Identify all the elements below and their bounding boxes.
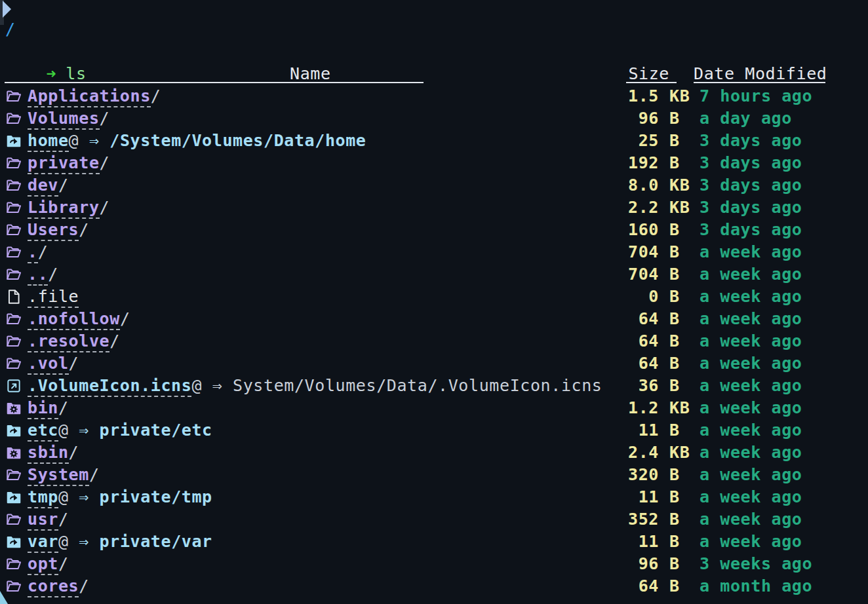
file-name-cell: .file — [28, 286, 627, 308]
file-row: System/320Ba week ago — [0, 464, 868, 486]
file-size-unit: B — [669, 241, 696, 263]
file-name-cell: Users/ — [28, 219, 627, 241]
file-name-cell: ../ — [28, 263, 627, 286]
folder-open-icon — [5, 466, 28, 484]
file-name-cell: Volumes/ — [28, 107, 627, 130]
file-size-unit: B — [669, 308, 696, 330]
file-name-link[interactable]: etc — [28, 421, 58, 442]
date-modified: a week ago — [700, 531, 868, 553]
file-name-cell: System/ — [28, 464, 627, 486]
folder-open-icon — [5, 176, 28, 195]
file-size-value: 64 — [627, 308, 659, 330]
file-name-link[interactable]: opt — [28, 554, 58, 575]
file-row: sbin/2.4KBa week ago — [0, 442, 868, 464]
date-modified: a week ago — [700, 241, 868, 263]
date-modified: 3 days ago — [700, 219, 868, 241]
file-name-link[interactable]: dev — [28, 176, 58, 197]
table-header: Name Size Date Modified — [0, 63, 868, 85]
file-name-link[interactable]: private — [28, 153, 100, 174]
file-row: cores/64Ba month ago — [0, 575, 868, 597]
file-size-value: 1.2 — [627, 397, 659, 419]
file-name-link[interactable]: cores — [28, 576, 79, 597]
file-name-link[interactable]: Volumes — [28, 109, 100, 130]
date-modified: a week ago — [700, 308, 868, 330]
file-size-value: 8.0 — [627, 174, 659, 197]
file-name-link[interactable]: tmp — [28, 487, 58, 508]
file-type-indicator: @ — [191, 376, 202, 395]
file-name-cell: tmp@ ⇒ private/tmp — [28, 486, 627, 508]
file-name-link[interactable]: Applications — [28, 86, 151, 107]
symlink-arrow-icon: ⇒ — [69, 421, 100, 440]
file-name-link[interactable]: .nofollow — [28, 309, 120, 330]
file-type-indicator: / — [58, 398, 69, 417]
file-size-unit: B — [669, 486, 696, 508]
file-size-unit: B — [669, 330, 696, 352]
file-name-link[interactable]: .VolumeIcon.icns — [28, 376, 191, 397]
file-name-link[interactable]: . — [28, 242, 38, 263]
file-type-indicator: / — [100, 153, 110, 172]
file-name-link[interactable]: System — [28, 465, 89, 486]
file-type-indicator: / — [38, 242, 49, 261]
file-size-unit: KB — [669, 442, 696, 464]
file-name-cell: sbin/ — [28, 442, 627, 464]
folder-open-icon — [5, 221, 28, 239]
file-name-cell: cores/ — [28, 575, 627, 597]
file-name-link[interactable]: Users — [28, 220, 79, 241]
date-modified: a week ago — [700, 442, 868, 464]
file-name-link[interactable]: var — [28, 532, 58, 553]
file-name-cell: .nofollow/ — [28, 308, 627, 330]
file-size-value: 11 — [627, 486, 659, 508]
folder-open-icon — [5, 354, 28, 373]
file-name-link[interactable]: .. — [28, 265, 48, 286]
file-size-unit: B — [669, 464, 696, 486]
file-type-indicator: / — [151, 86, 161, 105]
file-type-indicator: / — [89, 465, 100, 484]
file-type-indicator: / — [58, 176, 69, 195]
date-modified: a week ago — [700, 508, 868, 531]
file-row: ../704Ba week ago — [0, 263, 868, 286]
date-modified: a week ago — [700, 330, 868, 352]
file-size-value: 1.5 — [627, 85, 659, 107]
file-name-cell: .vol/ — [28, 352, 627, 375]
file-name-link[interactable]: .file — [28, 287, 79, 308]
folder-link-icon — [5, 488, 28, 506]
file-type-indicator: / — [58, 554, 69, 573]
file-name-link[interactable]: .resolve — [28, 331, 109, 352]
file-row: Applications/1.5KB7 hours ago — [0, 85, 868, 107]
file-name-link[interactable]: home — [28, 131, 69, 152]
file-name-link[interactable]: Library — [28, 198, 100, 219]
prompt-line: ➜ls — [5, 41, 87, 63]
file-size-unit: B — [669, 508, 696, 531]
file-size-unit: KB — [669, 197, 696, 219]
folder-open-icon — [5, 332, 28, 350]
file-row: home@ ⇒ /System/Volumes/Data/home25B3 da… — [0, 130, 868, 152]
file-type-indicator: / — [69, 443, 79, 462]
file-row: Volumes/96Ba day ago — [0, 107, 868, 130]
file-name-link[interactable]: .vol — [28, 354, 69, 375]
file-type-indicator: @ — [58, 487, 69, 506]
file-name-link[interactable]: sbin — [28, 443, 69, 464]
file-size-value: 25 — [627, 130, 659, 152]
file-size-value: 320 — [627, 464, 659, 486]
file-name-link[interactable]: usr — [28, 510, 58, 531]
file-size-unit: KB — [669, 174, 696, 197]
file-name-cell: Library/ — [28, 197, 627, 219]
date-modified: a week ago — [700, 419, 868, 442]
symlink-target: System/Volumes/Data/.VolumeIcon.icns — [233, 376, 602, 395]
file-size-value: 2.2 — [627, 197, 659, 219]
file-name-link[interactable]: bin — [28, 398, 58, 419]
date-modified: a week ago — [700, 464, 868, 486]
file-row: tmp@ ⇒ private/tmp11Ba week ago — [0, 486, 868, 508]
folder-open-icon — [5, 243, 28, 261]
folder-open-icon — [5, 198, 28, 217]
file-size-value: 2.4 — [627, 442, 659, 464]
file-row: .nofollow/64Ba week ago — [0, 308, 868, 330]
header-underline-size — [626, 82, 677, 83]
file-size-unit: B — [669, 419, 696, 442]
terminal-window[interactable]: / ➜ls Name Size Date Modified Applicatio… — [0, 0, 868, 604]
folder-gear-icon — [5, 399, 28, 417]
date-modified: a week ago — [700, 397, 868, 419]
file-size-value: 352 — [627, 508, 659, 531]
file-size-unit: B — [669, 375, 696, 397]
file-link-icon — [5, 377, 28, 395]
